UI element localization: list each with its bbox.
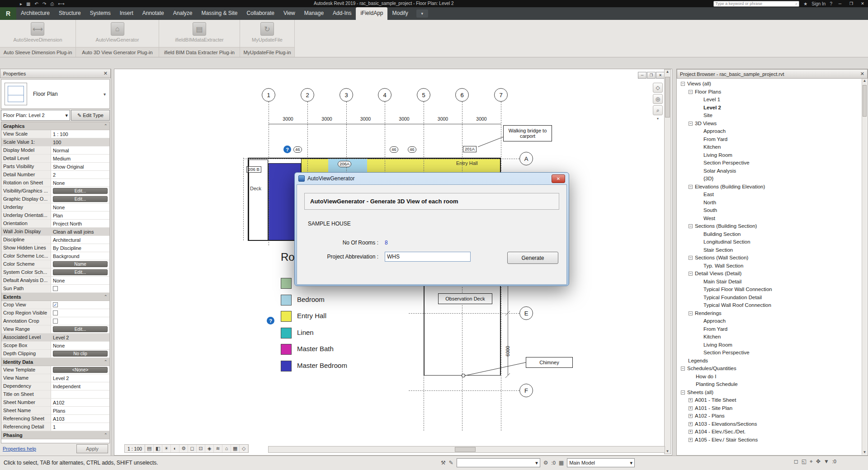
tree-item[interactable]: −Renderings bbox=[677, 310, 862, 318]
tab-manage[interactable]: Manage bbox=[300, 7, 328, 20]
search-icon[interactable]: ⌕ bbox=[795, 1, 797, 6]
horizontal-scrollbar[interactable] bbox=[268, 446, 665, 453]
crop-boundary[interactable] bbox=[243, 158, 244, 240]
property-value[interactable]: Plan bbox=[51, 212, 109, 219]
tree-item[interactable]: Stair Section bbox=[677, 246, 862, 254]
property-value[interactable]: Show Original bbox=[51, 163, 109, 170]
edit-type-button[interactable]: ✎ Edit Type bbox=[71, 110, 110, 121]
filter-icon[interactable]: ▼ bbox=[824, 458, 829, 465]
close-icon[interactable]: ✕ bbox=[859, 1, 866, 7]
tree-item[interactable]: Approach bbox=[677, 317, 862, 325]
property-value[interactable]: Clean all wall joins bbox=[51, 228, 109, 235]
tab-structure[interactable]: Structure bbox=[54, 7, 85, 20]
tab-modify[interactable]: Modify bbox=[387, 7, 412, 20]
show-crop-icon[interactable]: ◻ bbox=[188, 445, 197, 452]
measure-icon[interactable]: ⟷ bbox=[58, 1, 64, 7]
grid-bubble-E[interactable]: E bbox=[519, 306, 533, 320]
chevron-down-icon[interactable]: ▾ bbox=[104, 92, 106, 97]
redo-icon[interactable]: ↷ bbox=[42, 1, 46, 7]
tree-item[interactable]: Kitchen bbox=[677, 143, 862, 151]
property-section-header[interactable]: Extents⌃ bbox=[1, 293, 109, 301]
autoviewgenerator-button[interactable]: ⌂AutoViewGenerator bbox=[96, 22, 139, 42]
search-input[interactable]: Type a keyword or phrase ⌕ bbox=[713, 1, 799, 7]
property-section-header[interactable]: Graphics⌃ bbox=[1, 122, 109, 130]
chevron-down-icon[interactable]: ▾ bbox=[535, 460, 538, 466]
grid-bubble-A[interactable]: A bbox=[519, 152, 533, 165]
tree-item[interactable]: Level 1 bbox=[677, 96, 862, 104]
property-value[interactable]: Normal bbox=[51, 146, 109, 154]
tree-item[interactable]: Section Perspective bbox=[677, 159, 862, 167]
select-links-icon[interactable]: ◻ bbox=[794, 458, 798, 465]
tree-item[interactable]: Approach bbox=[677, 127, 862, 136]
property-value[interactable]: By Discipline bbox=[51, 244, 109, 252]
dialog-close-button[interactable]: ✕ bbox=[552, 174, 565, 183]
property-value[interactable]: Background bbox=[51, 252, 109, 260]
project-abbreviation-input[interactable] bbox=[385, 252, 471, 262]
property-edit-button[interactable]: Edit... bbox=[53, 269, 108, 275]
property-value[interactable]: None bbox=[51, 179, 109, 187]
grid-bubble-6[interactable]: 6 bbox=[455, 88, 469, 102]
help-annotation-icon[interactable]: ? bbox=[267, 317, 274, 324]
property-checkbox[interactable] bbox=[53, 286, 58, 291]
tree-item[interactable]: Living Room bbox=[677, 341, 862, 349]
view-restore-icon[interactable]: ❐ bbox=[647, 72, 656, 79]
select-pinned-icon[interactable]: ⌖ bbox=[810, 458, 813, 465]
scrollbar-thumb[interactable] bbox=[665, 77, 670, 118]
collapse-chevron-icon[interactable]: ⌃ bbox=[104, 359, 108, 364]
chevron-down-icon[interactable]: ▾ bbox=[630, 460, 633, 466]
property-section-header[interactable]: Identity Data⌃ bbox=[1, 358, 109, 366]
tab-annotate[interactable]: Annotate bbox=[138, 7, 169, 20]
property-value[interactable]: None bbox=[51, 277, 109, 284]
close-icon[interactable]: ✕ bbox=[860, 71, 864, 77]
walking-bridge-label[interactable]: Walking bridge to carport bbox=[503, 125, 552, 141]
collapse-chevron-icon[interactable]: ⌃ bbox=[104, 432, 108, 437]
help-annotation-icon[interactable]: ? bbox=[283, 146, 291, 153]
entry-hall-room-label[interactable]: Entry Hall bbox=[456, 160, 478, 166]
view-close-icon[interactable]: ✕ bbox=[656, 72, 665, 79]
analytical-model-icon[interactable]: ◇ bbox=[240, 445, 248, 452]
generate-button[interactable]: Generate bbox=[507, 252, 558, 264]
collapse-icon[interactable]: − bbox=[689, 224, 693, 228]
expand-icon[interactable]: + bbox=[689, 438, 693, 442]
tab-ifieldapp[interactable]: iFieldApp bbox=[356, 7, 387, 20]
visual-style-icon[interactable]: ◧ bbox=[154, 445, 162, 452]
tab-systems[interactable]: Systems bbox=[85, 7, 115, 20]
tree-item[interactable]: East bbox=[677, 191, 862, 199]
collapse-icon[interactable]: − bbox=[689, 90, 693, 94]
editable-only-icon[interactable]: ✎ bbox=[449, 460, 453, 466]
property-value[interactable]: None bbox=[51, 203, 109, 211]
property-value[interactable]: A102 bbox=[51, 399, 109, 406]
tree-item[interactable]: Legends bbox=[677, 357, 862, 365]
tree-item[interactable]: −Elevations (Building Elevation) bbox=[677, 183, 862, 191]
shadows-icon[interactable]: ◐ bbox=[171, 445, 179, 452]
property-value[interactable]: A103 bbox=[51, 415, 109, 423]
tree-item[interactable]: Building Section bbox=[677, 230, 862, 239]
property-value[interactable]: Level 2 bbox=[51, 334, 109, 341]
expand-icon[interactable]: + bbox=[689, 430, 693, 434]
collapse-icon[interactable]: − bbox=[689, 256, 693, 260]
tree-item[interactable]: −Sections (Building Section) bbox=[677, 222, 862, 230]
scrollbar-thumb[interactable] bbox=[455, 447, 476, 452]
property-checkbox[interactable] bbox=[53, 310, 58, 315]
tree-item[interactable]: Typ. Wall Section bbox=[677, 262, 862, 270]
deck-room-label[interactable]: Deck bbox=[250, 186, 261, 191]
grid-bubble-5[interactable]: 5 bbox=[417, 88, 430, 102]
myupdatefile-button[interactable]: ↻MyUpdateFile bbox=[252, 22, 283, 42]
crop-view-icon[interactable]: ⚙ bbox=[179, 445, 188, 452]
tree-item[interactable]: +A104 - Elev./Sec./Det. bbox=[677, 428, 862, 436]
collapse-icon[interactable]: − bbox=[681, 82, 685, 86]
tree-item[interactable]: −Schedules/Quantities bbox=[677, 365, 862, 373]
temporary-hide-icon[interactable]: ◈ bbox=[205, 445, 214, 452]
help-icon[interactable]: ? bbox=[830, 1, 832, 7]
tree-item[interactable]: +A102 - Plans bbox=[677, 412, 862, 420]
tab-collaborate[interactable]: Collaborate bbox=[242, 7, 279, 20]
link-icon[interactable]: ⚙ bbox=[543, 460, 548, 466]
property-edit-button[interactable]: Name bbox=[53, 261, 108, 267]
tree-item[interactable]: +A101 - Site Plan bbox=[677, 404, 862, 413]
property-value[interactable]: Medium bbox=[51, 155, 109, 162]
tree-item[interactable]: From Yard bbox=[677, 325, 862, 334]
type-selector[interactable]: Floor Plan ▾ bbox=[1, 79, 110, 109]
grid-bubble-3[interactable]: 3 bbox=[340, 88, 353, 102]
ribbon-display-toggle[interactable]: ▾ bbox=[416, 9, 428, 18]
tree-item[interactable]: How do I bbox=[677, 373, 862, 381]
